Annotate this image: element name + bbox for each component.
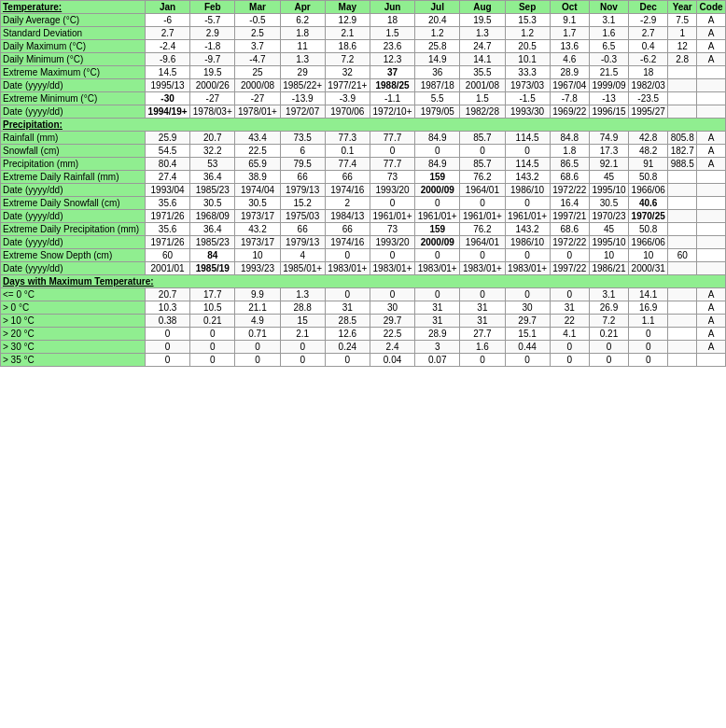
data-cell: A	[697, 132, 726, 145]
data-cell: 0.44	[505, 341, 550, 354]
data-cell: 40.6	[629, 197, 668, 210]
table-row: > 0 °C10.310.521.128.831303131303126.916…	[1, 301, 726, 315]
data-cell: 1988/25	[370, 79, 414, 92]
col-aug: Aug	[460, 1, 505, 14]
data-cell: 1.2	[415, 27, 460, 40]
data-cell: 73.5	[280, 132, 325, 145]
data-cell: A	[697, 158, 726, 171]
table-row: Daily Average (°C)-6-5.7-0.56.212.91820.…	[1, 14, 726, 27]
data-cell: 68.6	[550, 171, 589, 184]
data-cell: 22.5	[235, 145, 280, 158]
data-cell	[668, 210, 697, 223]
data-cell: A	[697, 301, 726, 315]
data-cell: 1.1	[629, 315, 668, 328]
data-cell: 15.2	[280, 197, 325, 210]
data-cell: 0	[505, 197, 550, 210]
data-cell: -7.8	[550, 92, 589, 105]
section-header-row: Days with Maximum Temperature:	[1, 275, 726, 288]
table-row: > 20 °C000.712.112.622.528.927.715.14.10…	[1, 328, 726, 341]
data-cell: 2000/26	[190, 79, 235, 92]
data-cell: 1977/21+	[325, 79, 370, 92]
data-cell: 1986/10	[505, 236, 550, 249]
table-row: > 10 °C0.380.214.91528.529.7313129.7227.…	[1, 315, 726, 328]
data-cell: 114.5	[505, 132, 550, 145]
table-row: Snowfall (cm)54.532.222.560.100001.817.3…	[1, 145, 726, 158]
data-cell: 11	[280, 40, 325, 53]
data-cell: 1971/26	[146, 210, 190, 223]
data-cell: 3	[415, 341, 460, 354]
row-label: > 10 °C	[1, 315, 146, 328]
data-cell: 0	[325, 354, 370, 367]
data-cell	[697, 236, 726, 249]
col-jun: Jun	[370, 1, 414, 14]
col-nov: Nov	[589, 1, 628, 14]
data-cell: 25.9	[146, 132, 190, 145]
data-cell: A	[697, 328, 726, 341]
row-label: Daily Average (°C)	[1, 14, 146, 27]
data-cell: 84.9	[415, 158, 460, 171]
data-cell: 1978/03+	[190, 105, 235, 119]
data-cell: 7.5	[668, 14, 697, 27]
data-cell: 43.4	[235, 132, 280, 145]
data-cell: 30.5	[235, 197, 280, 210]
data-cell: 21.1	[235, 301, 280, 315]
data-cell: 1972/10+	[370, 105, 414, 119]
data-cell: 31	[415, 315, 460, 328]
col-year: Year	[668, 1, 697, 14]
data-cell: 30	[370, 301, 414, 315]
row-label: Daily Minimum (°C)	[1, 53, 146, 66]
data-cell: 0	[280, 354, 325, 367]
row-label: > 20 °C	[1, 328, 146, 341]
row-label: Date (yyyy/dd)	[1, 262, 146, 275]
data-cell	[668, 171, 697, 184]
data-cell: 16.9	[629, 301, 668, 315]
data-cell: 1969/22	[550, 105, 589, 119]
data-cell: 1993/20	[370, 184, 414, 197]
data-cell: 0	[629, 341, 668, 354]
data-cell: -0.3	[589, 53, 628, 66]
data-cell: 18	[370, 14, 414, 27]
data-cell: 2.5	[235, 27, 280, 40]
table-row: Date (yyyy/dd)1971/261968/091973/171975/…	[1, 210, 726, 223]
data-cell: 1966/06	[629, 184, 668, 197]
data-cell: 2.7	[146, 27, 190, 40]
data-cell: -1.5	[505, 92, 550, 105]
data-cell	[668, 197, 697, 210]
data-cell: 1970/06	[325, 105, 370, 119]
data-cell: 27.7	[460, 328, 505, 341]
data-cell: 6	[280, 145, 325, 158]
data-cell: 1961/01+	[370, 210, 414, 223]
data-cell: 92.1	[589, 158, 628, 171]
data-cell: 50.8	[629, 223, 668, 236]
data-cell: 0	[460, 354, 505, 367]
data-cell: 76.2	[460, 223, 505, 236]
data-cell: 182.7	[668, 145, 697, 158]
row-label: Precipitation (mm)	[1, 158, 146, 171]
data-cell: -1.1	[370, 92, 414, 105]
data-cell	[697, 210, 726, 223]
data-cell: 1.7	[550, 27, 589, 40]
data-cell: 1999/09	[589, 79, 628, 92]
data-cell: 2000/31	[629, 262, 668, 275]
data-cell: 0	[629, 354, 668, 367]
table-row: Date (yyyy/dd)1971/261985/231973/171979/…	[1, 236, 726, 249]
data-cell: 1995/10	[589, 184, 628, 197]
row-label: Extreme Snow Depth (cm)	[1, 249, 146, 262]
data-cell: 1974/04	[235, 184, 280, 197]
data-cell: 1983/01+	[460, 262, 505, 275]
data-cell: 1971/26	[146, 236, 190, 249]
data-cell: 25.8	[415, 40, 460, 53]
data-cell: 805.8	[668, 132, 697, 145]
col-code: Code	[697, 1, 726, 14]
data-cell: 28.9	[550, 66, 589, 79]
data-cell: 0	[280, 341, 325, 354]
table-row: Extreme Maximum (°C)14.519.5252932373635…	[1, 66, 726, 79]
data-cell: 14.5	[146, 66, 190, 79]
data-cell: 1.8	[550, 145, 589, 158]
section-header-row: Precipitation:	[1, 119, 726, 132]
data-cell: 79.5	[280, 158, 325, 171]
data-cell: 31	[550, 301, 589, 315]
data-cell: 6.2	[280, 14, 325, 27]
col-feb: Feb	[190, 1, 235, 14]
table-row: > 30 °C00000.242.431.60.44000A	[1, 341, 726, 354]
